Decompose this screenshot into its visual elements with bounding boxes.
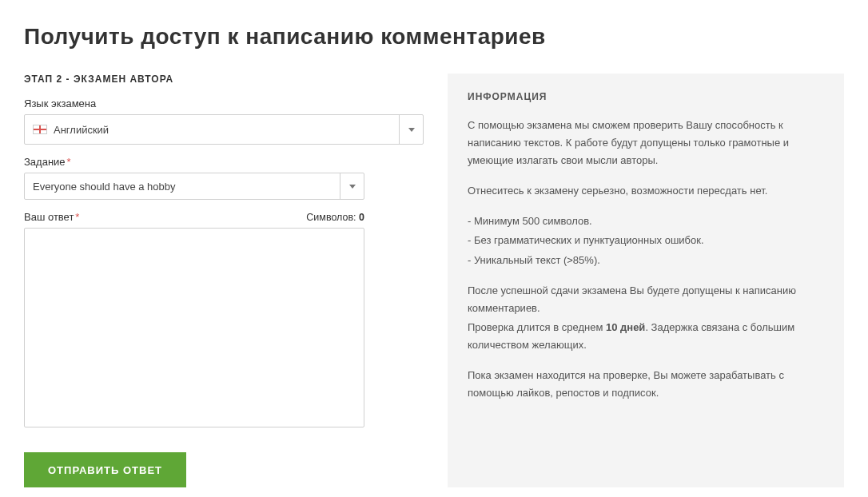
language-label: Язык экзамена bbox=[24, 97, 424, 109]
exam-form: ЭТАП 2 - ЭКЗАМЕН АВТОРА Язык экзамена Ан… bbox=[24, 74, 424, 487]
info-paragraph: После успешной сдачи экзамена Вы будете … bbox=[468, 282, 824, 317]
info-title: ИНФОРМАЦИЯ bbox=[468, 91, 824, 102]
step-label: ЭТАП 2 - ЭКЗАМЕН АВТОРА bbox=[24, 74, 424, 85]
submit-button[interactable]: ОТПРАВИТЬ ОТВЕТ bbox=[24, 452, 186, 487]
task-select[interactable]: Everyone should have a hobby bbox=[24, 173, 364, 200]
info-list-item: - Уникальный текст (>85%). bbox=[468, 252, 824, 269]
answer-label: Ваш ответ* bbox=[24, 211, 79, 223]
info-list-item: - Без грамматических и пунктуационных ош… bbox=[468, 232, 824, 249]
language-select[interactable]: Английский bbox=[24, 114, 424, 145]
task-value: Everyone should have a hobby bbox=[33, 181, 340, 193]
info-paragraph: С помощью экзамена мы сможем проверить В… bbox=[468, 117, 824, 169]
info-panel: ИНФОРМАЦИЯ С помощью экзамена мы сможем … bbox=[448, 74, 844, 487]
language-value: Английский bbox=[54, 124, 399, 136]
info-paragraph: Отнеситесь к экзамену серьезно, возможно… bbox=[468, 182, 824, 200]
answer-textarea[interactable] bbox=[24, 228, 364, 427]
info-list-item: - Минимум 500 символов. bbox=[468, 213, 824, 230]
chevron-down-icon bbox=[340, 173, 364, 199]
char-count: Символов: 0 bbox=[306, 212, 364, 223]
page-title: Получить доступ к написанию комментариев bbox=[24, 24, 844, 50]
flag-england-icon bbox=[33, 125, 47, 134]
info-paragraph: Пока экзамен находится на проверке, Вы м… bbox=[468, 367, 824, 402]
info-paragraph: Проверка длится в среднем 10 дней. Задер… bbox=[468, 319, 824, 354]
task-label: Задание* bbox=[24, 156, 424, 168]
chevron-down-icon bbox=[399, 115, 423, 144]
